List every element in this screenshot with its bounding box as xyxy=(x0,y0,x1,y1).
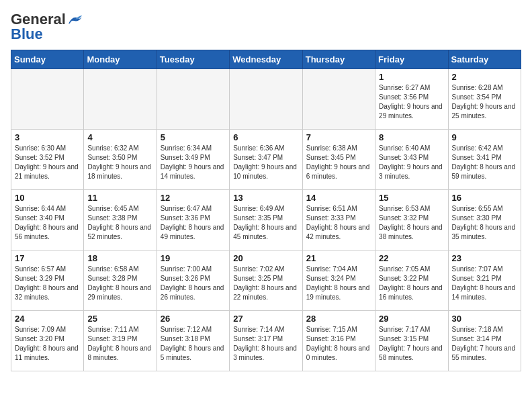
calendar-cell: 15Sunrise: 6:53 AMSunset: 3:32 PMDayligh… xyxy=(375,190,448,250)
calendar-cell xyxy=(302,69,375,130)
day-info: Sunrise: 6:28 AMSunset: 3:54 PMDaylight:… xyxy=(452,83,517,121)
day-number: 19 xyxy=(161,253,226,263)
day-number: 5 xyxy=(161,132,226,142)
weekday-header-thursday: Thursday xyxy=(302,50,375,69)
day-number: 28 xyxy=(306,314,371,324)
calendar-cell: 27Sunrise: 7:14 AMSunset: 3:17 PMDayligh… xyxy=(230,311,302,371)
day-info: Sunrise: 6:53 AMSunset: 3:32 PMDaylight:… xyxy=(379,204,444,242)
logo-blue: Blue xyxy=(11,26,43,43)
calendar-cell: 21Sunrise: 7:04 AMSunset: 3:24 PMDayligh… xyxy=(302,250,375,311)
day-info: Sunrise: 7:07 AMSunset: 3:21 PMDaylight:… xyxy=(452,265,517,302)
logo-bird-icon xyxy=(67,14,83,26)
day-info: Sunrise: 6:51 AMSunset: 3:33 PMDaylight:… xyxy=(306,204,371,242)
day-number: 7 xyxy=(306,132,371,142)
day-number: 15 xyxy=(379,193,444,203)
day-number: 24 xyxy=(15,314,80,324)
day-info: Sunrise: 7:11 AMSunset: 3:19 PMDaylight:… xyxy=(87,325,152,363)
day-number: 9 xyxy=(452,132,517,142)
calendar-cell: 6Sunrise: 6:36 AMSunset: 3:47 PMDaylight… xyxy=(230,130,302,190)
day-info: Sunrise: 6:30 AMSunset: 3:52 PMDaylight:… xyxy=(15,144,80,181)
day-info: Sunrise: 6:38 AMSunset: 3:45 PMDaylight:… xyxy=(306,144,371,181)
day-info: Sunrise: 6:40 AMSunset: 3:43 PMDaylight:… xyxy=(379,144,444,181)
calendar-week-row: 10Sunrise: 6:44 AMSunset: 3:40 PMDayligh… xyxy=(11,190,521,250)
calendar-cell: 23Sunrise: 7:07 AMSunset: 3:21 PMDayligh… xyxy=(448,250,521,311)
calendar-cell: 24Sunrise: 7:09 AMSunset: 3:20 PMDayligh… xyxy=(11,311,84,371)
day-number: 11 xyxy=(87,193,152,203)
weekday-header-saturday: Saturday xyxy=(448,50,521,69)
calendar-cell: 30Sunrise: 7:18 AMSunset: 3:14 PMDayligh… xyxy=(448,311,521,371)
calendar-cell xyxy=(230,69,302,130)
calendar-cell: 2Sunrise: 6:28 AMSunset: 3:54 PMDaylight… xyxy=(448,69,521,130)
calendar-cell: 19Sunrise: 7:00 AMSunset: 3:26 PMDayligh… xyxy=(157,250,229,311)
calendar-cell: 11Sunrise: 6:45 AMSunset: 3:38 PMDayligh… xyxy=(84,190,157,250)
calendar-cell: 13Sunrise: 6:49 AMSunset: 3:35 PMDayligh… xyxy=(230,190,302,250)
day-number: 2 xyxy=(452,72,517,82)
calendar-cell: 20Sunrise: 7:02 AMSunset: 3:25 PMDayligh… xyxy=(230,250,302,311)
day-number: 26 xyxy=(161,314,226,324)
calendar-cell: 22Sunrise: 7:05 AMSunset: 3:22 PMDayligh… xyxy=(375,250,448,311)
calendar-week-row: 3Sunrise: 6:30 AMSunset: 3:52 PMDaylight… xyxy=(11,130,521,190)
calendar-header-row: SundayMondayTuesdayWednesdayThursdayFrid… xyxy=(11,50,521,69)
calendar-week-row: 17Sunrise: 6:57 AMSunset: 3:29 PMDayligh… xyxy=(11,250,521,311)
logo: General Blue xyxy=(11,11,83,43)
calendar-cell: 12Sunrise: 6:47 AMSunset: 3:36 PMDayligh… xyxy=(157,190,229,250)
calendar-cell: 26Sunrise: 7:12 AMSunset: 3:18 PMDayligh… xyxy=(157,311,229,371)
day-info: Sunrise: 7:12 AMSunset: 3:18 PMDaylight:… xyxy=(161,325,226,363)
day-number: 23 xyxy=(452,253,517,263)
day-number: 6 xyxy=(233,132,298,142)
weekday-header-wednesday: Wednesday xyxy=(230,50,302,69)
day-info: Sunrise: 7:04 AMSunset: 3:24 PMDaylight:… xyxy=(306,265,371,302)
weekday-header-tuesday: Tuesday xyxy=(157,50,229,69)
day-number: 4 xyxy=(87,132,152,142)
calendar-cell: 17Sunrise: 6:57 AMSunset: 3:29 PMDayligh… xyxy=(11,250,84,311)
day-info: Sunrise: 7:02 AMSunset: 3:25 PMDaylight:… xyxy=(233,265,298,302)
page-header: General Blue xyxy=(11,11,521,43)
calendar-cell xyxy=(157,69,229,130)
day-number: 1 xyxy=(379,72,444,82)
day-info: Sunrise: 6:49 AMSunset: 3:35 PMDaylight:… xyxy=(233,204,298,242)
calendar-cell: 16Sunrise: 6:55 AMSunset: 3:30 PMDayligh… xyxy=(448,190,521,250)
day-number: 27 xyxy=(233,314,298,324)
day-info: Sunrise: 7:05 AMSunset: 3:22 PMDaylight:… xyxy=(379,265,444,302)
calendar-cell: 5Sunrise: 6:34 AMSunset: 3:49 PMDaylight… xyxy=(157,130,229,190)
weekday-header-sunday: Sunday xyxy=(11,50,84,69)
day-number: 30 xyxy=(452,314,517,324)
calendar-cell: 28Sunrise: 7:15 AMSunset: 3:16 PMDayligh… xyxy=(302,311,375,371)
day-info: Sunrise: 7:17 AMSunset: 3:15 PMDaylight:… xyxy=(379,325,444,363)
day-info: Sunrise: 7:00 AMSunset: 3:26 PMDaylight:… xyxy=(161,265,226,302)
day-number: 21 xyxy=(306,253,371,263)
day-number: 10 xyxy=(15,193,80,203)
day-info: Sunrise: 6:55 AMSunset: 3:30 PMDaylight:… xyxy=(452,204,517,242)
day-info: Sunrise: 7:14 AMSunset: 3:17 PMDaylight:… xyxy=(233,325,298,363)
calendar-cell: 18Sunrise: 6:58 AMSunset: 3:28 PMDayligh… xyxy=(84,250,157,311)
day-number: 16 xyxy=(452,193,517,203)
day-number: 25 xyxy=(87,314,152,324)
day-info: Sunrise: 6:27 AMSunset: 3:56 PMDaylight:… xyxy=(379,83,444,121)
day-info: Sunrise: 6:47 AMSunset: 3:36 PMDaylight:… xyxy=(161,204,226,242)
day-info: Sunrise: 6:42 AMSunset: 3:41 PMDaylight:… xyxy=(452,144,517,181)
day-number: 3 xyxy=(15,132,80,142)
calendar-cell: 25Sunrise: 7:11 AMSunset: 3:19 PMDayligh… xyxy=(84,311,157,371)
calendar-cell: 4Sunrise: 6:32 AMSunset: 3:50 PMDaylight… xyxy=(84,130,157,190)
calendar-cell: 9Sunrise: 6:42 AMSunset: 3:41 PMDaylight… xyxy=(448,130,521,190)
day-number: 13 xyxy=(233,193,298,203)
weekday-header-monday: Monday xyxy=(84,50,157,69)
calendar-cell xyxy=(11,69,84,130)
day-info: Sunrise: 6:36 AMSunset: 3:47 PMDaylight:… xyxy=(233,144,298,181)
calendar-cell: 3Sunrise: 6:30 AMSunset: 3:52 PMDaylight… xyxy=(11,130,84,190)
calendar-cell: 14Sunrise: 6:51 AMSunset: 3:33 PMDayligh… xyxy=(302,190,375,250)
day-info: Sunrise: 6:32 AMSunset: 3:50 PMDaylight:… xyxy=(87,144,152,181)
day-number: 8 xyxy=(379,132,444,142)
day-number: 29 xyxy=(379,314,444,324)
day-info: Sunrise: 6:34 AMSunset: 3:49 PMDaylight:… xyxy=(161,144,226,181)
calendar-cell xyxy=(84,69,157,130)
calendar-table: SundayMondayTuesdayWednesdayThursdayFrid… xyxy=(11,50,521,371)
calendar-cell: 1Sunrise: 6:27 AMSunset: 3:56 PMDaylight… xyxy=(375,69,448,130)
calendar-week-row: 1Sunrise: 6:27 AMSunset: 3:56 PMDaylight… xyxy=(11,69,521,130)
calendar-week-row: 24Sunrise: 7:09 AMSunset: 3:20 PMDayligh… xyxy=(11,311,521,371)
calendar-cell: 29Sunrise: 7:17 AMSunset: 3:15 PMDayligh… xyxy=(375,311,448,371)
day-info: Sunrise: 7:09 AMSunset: 3:20 PMDaylight:… xyxy=(15,325,80,363)
day-info: Sunrise: 7:15 AMSunset: 3:16 PMDaylight:… xyxy=(306,325,371,363)
day-number: 17 xyxy=(15,253,80,263)
calendar-cell: 10Sunrise: 6:44 AMSunset: 3:40 PMDayligh… xyxy=(11,190,84,250)
